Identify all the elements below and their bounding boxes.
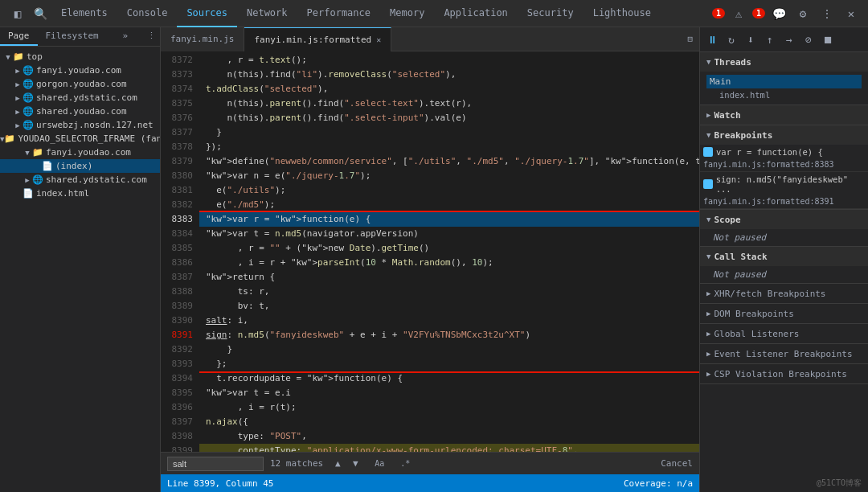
csp-header[interactable]: ▶ CSP Violation Breakpoints [700, 364, 868, 383]
code-line[interactable]: n(this).parent().find(".select-text").te… [199, 96, 699, 111]
code-line[interactable]: ts: r, [199, 285, 699, 299]
step-button[interactable]: → [780, 31, 798, 48]
tab-memory[interactable]: Memory [380, 0, 434, 27]
step-into-button[interactable]: ⬇ [742, 31, 760, 48]
main-content: Page Filesystem » ⋮ ▼ 📁 top ▶ 🌐 fanyi.yo… [0, 27, 868, 492]
more-options-icon[interactable]: ⋮ [817, 3, 837, 24]
breakpoint-checkbox-2[interactable] [703, 179, 713, 189]
prev-match-button[interactable]: ▲ [330, 456, 346, 472]
sidebar-more-icon[interactable]: » [118, 27, 133, 46]
code-line[interactable]: "kw">var t = e.i [199, 386, 699, 400]
error-icon[interactable]: ⚠ [728, 3, 749, 24]
scope-status: Not paused [700, 229, 868, 246]
event-header[interactable]: ▶ Event Listener Breakpoints [700, 344, 868, 363]
tab-page[interactable]: Page [0, 27, 38, 46]
breakpoints-header[interactable]: ▼ Breakpoints [700, 125, 868, 145]
tree-item-shared-youdao[interactable]: ▶ 🌐 shared.youdao.com [0, 105, 160, 118]
code-line[interactable]: t.recordupdate = "kw">function(e) { [199, 371, 699, 386]
code-line[interactable]: e("./md5"); [199, 198, 699, 212]
pause-button[interactable]: ⏸ [703, 31, 721, 48]
dock-icon[interactable]: ◧ [6, 2, 29, 25]
tree-item-urswebzj[interactable]: ▶ 🌐 urswebzj.nosdn.127.net [0, 118, 160, 132]
code-line[interactable]: t.addClass("selected"), [199, 82, 699, 96]
tab-console[interactable]: Console [117, 0, 178, 27]
sidebar-action-icon[interactable]: ⋮ [144, 27, 160, 43]
tab-close-icon[interactable]: ✕ [376, 35, 381, 44]
code-line[interactable]: "kw">return { [199, 270, 699, 285]
tab-fanyi-min-js-formatted[interactable]: fanyi.min.js:formatted ✕ [244, 27, 391, 51]
code-line[interactable]: , i = r + "kw">parseInt(10 * Math.random… [199, 256, 699, 270]
cancel-search-button[interactable]: Cancel [661, 458, 693, 469]
call-stack-header[interactable]: ▼ Call Stack [700, 247, 868, 266]
global-header[interactable]: ▶ Global Listeners [700, 324, 868, 343]
code-line[interactable]: n.ajax({ [199, 415, 699, 429]
step-out-button[interactable]: ↑ [761, 31, 779, 48]
code-line[interactable]: }); [199, 140, 699, 154]
threads-header[interactable]: ▼ Threads [700, 52, 868, 72]
match-case-button[interactable]: Aa [370, 457, 389, 469]
tab-network[interactable]: Network [237, 0, 297, 27]
tree-label: fanyi.youdao.com [46, 147, 131, 158]
code-line[interactable]: n(this).find("li").removeClass("selected… [199, 68, 699, 82]
code-line[interactable]: "kw">var r = "kw">function(e) { [199, 212, 699, 227]
whole-word-button[interactable]: .* [395, 457, 415, 469]
code-line[interactable]: , r = "" + ("kw">new Date).getTime() [199, 241, 699, 256]
code-line[interactable]: , i = r(t); [199, 400, 699, 415]
tab-performance[interactable]: Performance [297, 0, 380, 27]
tab-sources[interactable]: Sources [177, 0, 237, 27]
folder-icon: 📁 [32, 147, 43, 158]
tree-item-shared-ydstatic2[interactable]: ▶ 🌐 shared.ydstatic.com [0, 173, 160, 187]
thread-main[interactable]: Main [706, 75, 862, 88]
deactivate-breakpoints-button[interactable]: ⊘ [800, 31, 817, 48]
code-line[interactable]: sign: n.md5("fanyideskweb" + e + i + "V2… [199, 328, 699, 342]
tree-item-gorgon[interactable]: ▶ 🌐 gorgon.youdao.com [0, 77, 160, 91]
split-editor-icon[interactable]: ⊟ [681, 34, 699, 44]
settings-icon[interactable]: ⚙ [792, 3, 813, 24]
tree-item-top[interactable]: ▼ 📁 top [0, 50, 160, 64]
tree-item-youdao-iframe[interactable]: ▼ 📁 YOUDAO_SELECTOR_IFRAME (fan... [0, 132, 160, 146]
tree-item-fanyi-youdao2[interactable]: ▼ 📁 fanyi.youdao.com [0, 146, 160, 159]
code-line[interactable]: n(this).parent().find(".select-input").v… [199, 111, 699, 125]
tab-security[interactable]: Security [518, 0, 583, 27]
code-line[interactable]: "kw">var t = n.md5(navigator.appVersion) [199, 227, 699, 241]
tab-elements[interactable]: Elements [51, 0, 117, 27]
scope-header[interactable]: ▼ Scope [700, 210, 868, 229]
breakpoint-item-1[interactable]: var r = function(e) { fanyi.min.js:forma… [700, 145, 868, 172]
code-line[interactable]: bv: t, [199, 299, 699, 314]
tab-fanyi-min-js[interactable]: fanyi.min.js [161, 27, 244, 51]
code-line[interactable]: "kw">var n = e("./jquery-1.7"); [199, 169, 699, 183]
code-line[interactable]: type: "POST", [199, 429, 699, 444]
tree-item-index[interactable]: 📄 (index) [0, 159, 160, 173]
csp-arrow: ▶ [706, 370, 710, 378]
code-line[interactable]: salt: i, [199, 314, 699, 328]
breakpoint-item-2[interactable]: sign: n.md5("fanyideskweb" ... fanyi.min… [700, 172, 868, 209]
tab-lighthouse[interactable]: Lighthouse [583, 0, 661, 27]
search-input[interactable] [167, 457, 264, 471]
tree-item-index-html[interactable]: 📄 index.html [0, 187, 160, 200]
tree-label: top [27, 51, 43, 62]
inspect-icon[interactable]: 🔍 [29, 2, 51, 25]
code-line[interactable]: contentType: "application/x-www-form-url… [199, 444, 699, 452]
step-over-button[interactable]: ↻ [723, 31, 740, 48]
message-icon[interactable]: 💬 [768, 3, 789, 24]
next-match-button[interactable]: ▼ [347, 456, 363, 472]
code-content[interactable]: , r = t.text(); n(this).find("li").remov… [199, 51, 699, 452]
tab-filesystem[interactable]: Filesystem [38, 27, 107, 46]
stop-button[interactable]: ⏹ [819, 31, 837, 48]
xhr-header[interactable]: ▶ XHR/fetch Breakpoints [700, 284, 868, 303]
code-line[interactable]: "kw">define("newweb/common/service", [".… [199, 154, 699, 169]
watch-header[interactable]: ▶ Watch [700, 105, 868, 125]
dom-header[interactable]: ▶ DOM Breakpoints [700, 304, 868, 323]
breakpoint-checkbox-1[interactable] [703, 147, 713, 157]
tree-item-shared-ydstatic[interactable]: ▶ 🌐 shared.ydstatic.com [0, 91, 160, 105]
close-icon[interactable]: ✕ [841, 3, 862, 24]
code-line[interactable]: } [199, 125, 699, 140]
breakpoints-content: var r = function(e) { fanyi.min.js:forma… [700, 145, 868, 209]
code-line[interactable]: } [199, 342, 699, 357]
tree-item-fanyi-youdao[interactable]: ▶ 🌐 fanyi.youdao.com [0, 64, 160, 77]
code-line[interactable]: }; [199, 357, 699, 371]
tab-application[interactable]: Application [434, 0, 517, 27]
code-line[interactable]: e("./utils"); [199, 183, 699, 198]
code-line[interactable]: , r = t.text(); [199, 53, 699, 68]
tree-label: shared.youdao.com [36, 106, 127, 117]
